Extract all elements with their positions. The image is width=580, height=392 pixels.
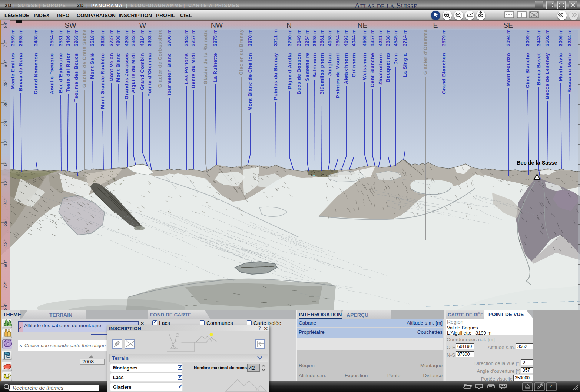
svg-text:?: ?: [550, 384, 552, 389]
